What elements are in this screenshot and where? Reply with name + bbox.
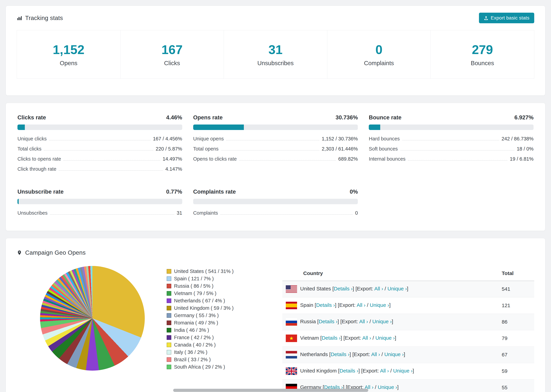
progress-bar: [193, 125, 358, 130]
legend-swatch: [167, 291, 171, 296]
export-all-link[interactable]: All ›: [359, 319, 368, 324]
table-row-russia: Russia [Details ›] [Export: All › / Uniq…: [282, 314, 534, 330]
export-all-link[interactable]: All ›: [357, 302, 366, 308]
stat-line-value: 14.497%: [162, 156, 182, 162]
stat-line: Opens to clicks rate689.82%: [193, 154, 358, 164]
stat-line-value: 1,152 / 30.736%: [322, 136, 358, 142]
stat-line-value: 220 / 5.87%: [156, 146, 182, 152]
legend-item-united-states: United States ( 541 / 31% ): [167, 268, 249, 275]
details-link[interactable]: Details ›: [339, 368, 358, 373]
stat-line: Internal bounces19 / 6.81%: [369, 154, 534, 164]
stat-line-value: 19 / 6.81%: [510, 156, 534, 162]
rate-block-complaints-rate: Complaints rate0%Complaints0: [193, 189, 358, 218]
stat-label: Opens: [60, 60, 77, 67]
us-flag-icon: [286, 285, 297, 293]
dotted-leader: [44, 150, 153, 151]
rates-grid: Clicks rate4.46%Unique clicks167 / 4.456…: [17, 114, 534, 218]
legend-item-india: India ( 46 / 3% ): [167, 327, 249, 334]
export-unique-link[interactable]: Unique ›: [378, 384, 397, 390]
map-pin-icon: [17, 250, 22, 255]
horizontal-scrollbar-thumb[interactable]: [173, 389, 368, 392]
export-unique-link[interactable]: Unique ›: [370, 302, 389, 308]
geo-pie-chart: [40, 266, 145, 371]
legend-swatch: [167, 269, 171, 274]
geo-legend: United States ( 541 / 31% )Spain ( 121 /…: [167, 268, 249, 371]
stat-line-value: 2,303 / 61.446%: [322, 146, 358, 152]
stat-line: Unique clicks167 / 4.456%: [17, 134, 182, 144]
stat-line-label: Unique opens: [193, 136, 224, 142]
legend-swatch: [167, 350, 171, 355]
stat-line: Total clicks220 / 5.87%: [17, 144, 182, 154]
export-unique-link[interactable]: Unique ›: [393, 368, 413, 373]
export-unique-link[interactable]: Unique ›: [375, 335, 395, 341]
details-link[interactable]: Details ›: [331, 351, 349, 357]
export-unique-link[interactable]: Unique ›: [372, 319, 392, 324]
table-row-netherlands: Netherlands [Details ›] [Export: All › /…: [282, 347, 534, 363]
country-cell: Vietnam [Details ›] [Export: All › / Uni…: [282, 330, 498, 347]
table-row-vietnam: Vietnam [Details ›] [Export: All › / Uni…: [282, 330, 534, 347]
legend-label: Brazil ( 33 / 2% ): [174, 357, 211, 362]
nl-flag-icon: [286, 351, 297, 358]
export-all-link[interactable]: All ›: [374, 286, 383, 291]
stat-label: Bounces: [471, 60, 494, 67]
progress-bar-fill: [369, 125, 380, 130]
stat-line: Complaints0: [193, 208, 358, 218]
rate-block-bounce-rate: Bounce rate6.927%Hard bounces242 / 86.73…: [369, 114, 534, 174]
export-basic-stats-button[interactable]: Export basic stats: [479, 13, 534, 23]
stat-value: 31: [268, 42, 283, 57]
stat-line: Total opens2,303 / 61.446%: [193, 144, 358, 154]
page: Tracking stats Export basic stats 1,152O…: [0, 0, 551, 392]
stat-line-label: Soft bounces: [369, 146, 398, 152]
stat-line-value: 242 / 86.738%: [502, 136, 534, 142]
geo-table-wrap: Country Total United States [Details ›] …: [282, 266, 534, 392]
legend-item-france: France ( 42 / 2% ): [167, 334, 249, 341]
export-unique-link[interactable]: Unique ›: [384, 351, 404, 357]
legend-label: Spain ( 121 / 7% ): [174, 276, 214, 281]
stat-line-label: Unsubscribes: [17, 210, 48, 216]
details-link[interactable]: Details ›: [322, 335, 340, 341]
stat-line-value: 18 / 0%: [517, 146, 534, 152]
stat-line-value: 4.147%: [165, 166, 182, 172]
stat-label: Complaints: [364, 60, 394, 67]
stat-line-label: Total clicks: [17, 146, 42, 152]
progress-bar-fill: [17, 199, 19, 204]
country-total: 121: [498, 297, 534, 314]
dotted-leader: [220, 214, 353, 215]
legend-label: Vietnam ( 79 / 5% ): [174, 291, 216, 296]
legend-item-germany: Germany ( 55 / 3% ): [167, 312, 249, 319]
country-cell: Russia [Details ›] [Export: All › / Uniq…: [282, 314, 498, 330]
stat-value: 0: [375, 42, 382, 57]
gb-flag-icon: [286, 367, 297, 375]
dotted-leader: [400, 150, 514, 151]
export-all-link[interactable]: All ›: [380, 368, 389, 373]
details-link[interactable]: Details ›: [334, 286, 353, 291]
rate-title: Bounce rate: [369, 114, 402, 121]
country-total: 59: [498, 363, 534, 379]
legend-label: Germany ( 55 / 3% ): [174, 313, 219, 318]
geo-opens-title: Campaign Geo Opens: [17, 249, 534, 256]
country-cell: Spain [Details ›] [Export: All › / Uniqu…: [282, 297, 498, 314]
stat-value: 167: [162, 42, 183, 57]
details-link[interactable]: Details ›: [316, 302, 335, 308]
legend-swatch: [167, 335, 171, 340]
legend-swatch: [167, 276, 171, 281]
export-unique-link[interactable]: Unique ›: [387, 286, 407, 291]
progress-bar: [369, 125, 534, 130]
rate-value: 0.77%: [166, 189, 182, 195]
stat-line-label: Unique clicks: [17, 136, 47, 142]
legend-item-russia: Russia ( 86 / 5% ): [167, 282, 249, 290]
rate-title: Opens rate: [193, 114, 223, 121]
legend-item-italy: Italy ( 36 / 2% ): [167, 349, 249, 356]
tracking-stats-title-text: Tracking stats: [25, 14, 63, 21]
geo-opens-title-text: Campaign Geo Opens: [25, 249, 86, 256]
rate-value: 30.736%: [336, 114, 358, 121]
country-name: Netherlands: [300, 351, 328, 357]
export-all-link[interactable]: All ›: [362, 335, 371, 341]
legend-item-romania: Romania ( 49 / 3% ): [167, 319, 249, 327]
legend-swatch: [167, 343, 171, 347]
stat-line-label: Complaints: [193, 210, 218, 216]
export-all-link[interactable]: All ›: [371, 351, 380, 357]
details-link[interactable]: Details ›: [319, 319, 338, 324]
legend-label: Canada ( 40 / 2% ): [174, 342, 216, 348]
country-cell: United Kingdom [Details ›] [Export: All …: [282, 363, 498, 379]
